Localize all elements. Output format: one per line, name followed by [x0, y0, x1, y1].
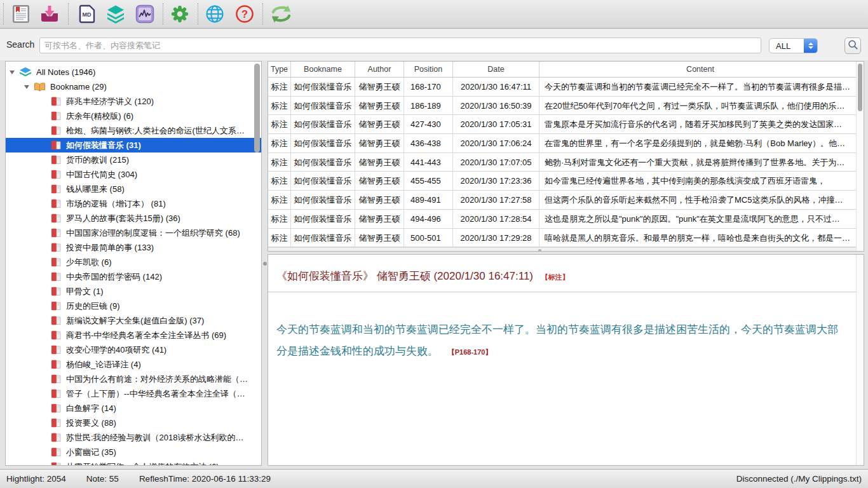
book-icon	[51, 403, 62, 413]
sidebar-book-item[interactable]: 新编说文解字大全集(超值白金版) (37)	[6, 313, 261, 328]
splitter-handle[interactable]	[263, 262, 267, 266]
sidebar-book-item[interactable]: 罗马人的故事(套装共15册) (36)	[6, 211, 261, 226]
sidebar-book-item[interactable]: 从零开始学写作：个人增值的有效方法 (6)	[6, 459, 261, 466]
book-icon	[51, 228, 62, 238]
sidebar-scrollbar-thumb[interactable]	[254, 64, 260, 152]
toolbar-separator	[198, 3, 198, 25]
cell-bookname: 如何假装懂音乐	[291, 134, 355, 152]
sidebar-book-item[interactable]: 投资中最简单的事 (133)	[6, 240, 261, 255]
globe-icon	[205, 4, 224, 24]
table-row[interactable]: 标注如何假装懂音乐储智勇王硕489-4912020/1/30 17:27:58但…	[268, 191, 856, 210]
book-label: 管子（上下册）--中华经典名著全本全注全译（…	[66, 388, 245, 400]
detail-vertical-scrollbar[interactable]	[856, 255, 864, 465]
sidebar-book-item[interactable]: 历史的巨镜 (9)	[6, 299, 261, 313]
column-header-bookname[interactable]: Bookname	[291, 62, 355, 77]
cell-content: 但这两个乐队的音乐听起来截然不同，性手枪沿袭了MC5这类乐队的风格，冲撞…	[539, 191, 856, 209]
all-notes-label: All Notes (1946)	[36, 67, 95, 77]
sidebar-book-item[interactable]: 杨伯峻_论语译注 (4)	[6, 357, 261, 372]
sidebar-book-item[interactable]: 苏世民:我的经验与教训（2018读桥水达利欧的…	[6, 430, 261, 445]
sidebar-book-item[interactable]: 改变心理学的40项研究 (41)	[6, 342, 261, 357]
cell-type: 标注	[268, 78, 291, 96]
book-label: 钱从哪里来 (58)	[66, 184, 125, 195]
sidebar-book-item[interactable]: 货币的教训 (215)	[6, 152, 261, 167]
disclosure-triangle-icon[interactable]	[10, 71, 15, 74]
sidebar-book-item[interactable]: 薛兆丰经济学讲义 (120)	[6, 94, 261, 109]
table-row[interactable]: 标注如何假装懂音乐储智勇王硕441-4432020/1/30 17:07:05鲍…	[268, 153, 856, 172]
statistics-button[interactable]	[134, 4, 156, 24]
sidebar-book-item[interactable]: 甲骨文 (1)	[6, 284, 261, 299]
table-vertical-scrollbar[interactable]	[856, 62, 864, 251]
search-button[interactable]	[844, 37, 861, 54]
refresh-button[interactable]	[269, 4, 293, 24]
sidebar-item-all-notes[interactable]: All Notes (1946)	[6, 65, 261, 79]
book-label: 枪炮、病菌与钢铁:人类社会的命运(世纪人文系…	[66, 125, 245, 137]
settings-button[interactable]	[169, 4, 191, 24]
sidebar-book-item[interactable]: 枪炮、病菌与钢铁:人类社会的命运(世纪人文系…	[6, 123, 261, 138]
column-header-author[interactable]: Author	[355, 62, 404, 77]
sidebar-book-item[interactable]: 中央帝国的哲学密码 (142)	[6, 269, 261, 284]
svg-text:?: ?	[241, 8, 248, 20]
table-row[interactable]: 标注如何假装懂音乐储智勇王硕427-4302020/1/30 17:05:31雷…	[268, 115, 856, 134]
sidebar-book-item[interactable]: 中国为什么有前途：对外经济关系的战略潜能（…	[6, 372, 261, 386]
cell-content: 如今雷鬼已经传遍世界各地，其中传到南美的那条线演变成了西班牙语雷鬼，	[539, 172, 856, 190]
column-header-position[interactable]: Position	[404, 62, 453, 77]
cell-position: 168-170	[404, 78, 453, 96]
cell-date: 2020/1/30 16:47:11	[453, 78, 539, 96]
cell-type: 标注	[268, 191, 291, 209]
sidebar-book-item[interactable]: 商君书-中华经典名著全本全注全译丛书 (69)	[6, 328, 261, 342]
table-row[interactable]: 标注如何假装懂音乐储智勇王硕494-4962020/1/30 17:28:54这…	[268, 210, 856, 229]
sidebar-book-item[interactable]: 中国古代简史 (304)	[6, 167, 261, 182]
table-row[interactable]: 标注如何假装懂音乐储智勇王硕436-4382020/1/30 17:06:24在…	[268, 134, 856, 153]
table-row[interactable]: 标注如何假装懂音乐储智勇王硕500-5012020/1/30 17:29:28嘻…	[268, 229, 856, 248]
markdown-export-button[interactable]: MD	[76, 4, 97, 24]
search-input[interactable]	[39, 37, 761, 53]
sidebar-book-item[interactable]: 庆余年(精校版) (6)	[6, 109, 261, 123]
refresh-sync-icon	[270, 4, 292, 24]
sidebar-book-item[interactable]: 钱从哪里来 (58)	[6, 182, 261, 196]
cell-author: 储智勇王硕	[355, 172, 404, 190]
book-label: 投资要义 (88)	[66, 417, 116, 429]
book-icon	[51, 272, 62, 281]
book-icon	[51, 126, 62, 135]
web-button[interactable]	[204, 4, 226, 24]
cell-type: 标注	[268, 210, 291, 228]
table-row[interactable]: 标注如何假装懂音乐储智勇王硕455-4552020/1/30 17:23:36如…	[268, 172, 856, 191]
sidebar-book-item[interactable]: 市场的逻辑（增订本） (81)	[6, 196, 261, 211]
sidebar-book-item[interactable]: 中国国家治理的制度逻辑：一个组织学研究 (68)	[6, 226, 261, 240]
cell-position: 489-491	[404, 191, 453, 209]
column-header-type[interactable]: Type	[268, 62, 291, 77]
disclosure-triangle-icon[interactable]	[24, 85, 29, 89]
table-row[interactable]: 标注如何假装懂音乐储智勇王硕168-1702020/1/30 16:47:11今…	[268, 78, 856, 97]
book-icon	[51, 360, 62, 369]
status-note-count: Note: 55	[86, 474, 119, 484]
sidebar-book-item[interactable]: 白鱼解字 (14)	[6, 401, 261, 416]
book-list: 薛兆丰经济学讲义 (120)庆余年(精校版) (6)枪炮、病菌与钢铁:人类社会的…	[6, 94, 261, 466]
layers-button[interactable]	[105, 4, 126, 24]
help-button[interactable]: ?	[234, 4, 255, 24]
vscrollbar-thumb[interactable]	[858, 64, 862, 111]
column-header-date[interactable]: Date	[453, 62, 539, 77]
cell-content: 鲍勃·马利对雷鬼文化还有一个重大贡献，就是将脏辫传播到了世界各地。关于为…	[539, 153, 856, 172]
notes-document-button[interactable]	[10, 4, 32, 24]
cell-position: 500-501	[404, 229, 453, 247]
book-label: 白鱼解字 (14)	[66, 403, 116, 414]
sidebar-item-bookname[interactable]: Bookname (29)	[6, 79, 261, 94]
book-label: 商君书-中华经典名著全本全注全译丛书 (69)	[66, 330, 226, 341]
cell-date: 2020/1/30 17:23:36	[453, 172, 539, 190]
hscrollbar-thumb[interactable]	[538, 249, 541, 251]
book-icon	[51, 257, 62, 267]
cell-bookname: 如何假装懂音乐	[291, 97, 355, 115]
sidebar-book-item[interactable]: 小窗幽记 (35)	[6, 445, 261, 459]
column-header-content[interactable]: Content	[539, 62, 856, 77]
book-icon	[51, 389, 62, 398]
status-connection: Disconnected (./My Clippings.txt)	[736, 474, 862, 484]
download-button[interactable]	[39, 4, 60, 24]
sidebar-book-item[interactable]: 如何假装懂音乐 (31)	[6, 138, 261, 152]
table-horizontal-scrollbar[interactable]	[268, 247, 856, 251]
cell-date: 2020/1/30 17:29:28	[453, 229, 539, 247]
sidebar-book-item[interactable]: 投资要义 (88)	[6, 416, 261, 430]
search-scope-select[interactable]: ALL	[769, 38, 818, 53]
table-row[interactable]: 标注如何假装懂音乐储智勇王硕186-1892020/1/30 16:50:39在…	[268, 97, 856, 116]
sidebar-book-item[interactable]: 管子（上下册）--中华经典名著全本全注全译（…	[6, 386, 261, 401]
sidebar-book-item[interactable]: 少年凯歌 (6)	[6, 255, 261, 269]
